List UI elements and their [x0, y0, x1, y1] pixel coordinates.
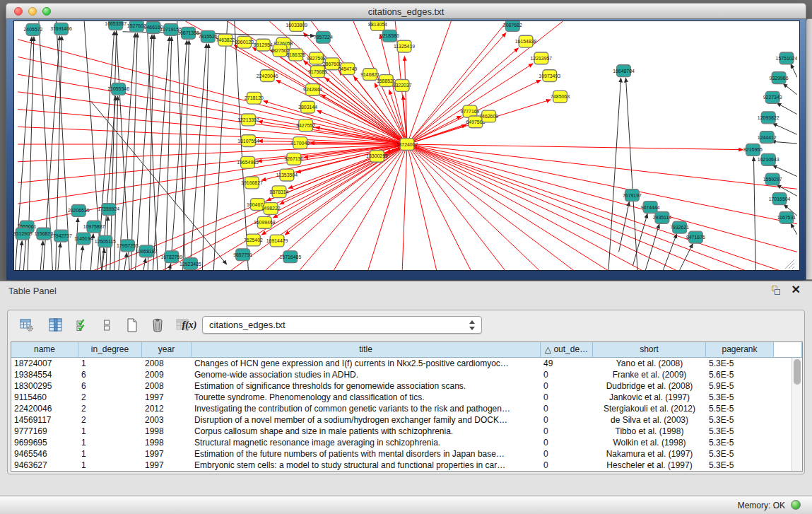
graph-node[interactable]: 12093822: [758, 112, 779, 124]
graph-node[interactable]: 16648784: [613, 65, 635, 77]
graph-node[interactable]: 10973493: [539, 70, 560, 82]
float-panel-icon[interactable]: [770, 286, 781, 296]
table-row[interactable]: 2242004622012Investigating the contribut…: [11, 403, 792, 414]
graph-node[interactable]: 8186328: [286, 49, 305, 61]
graph-node[interactable]: 9427552: [296, 119, 315, 132]
graph-node[interactable]: 9474444: [641, 201, 660, 214]
new-column-icon[interactable]: [123, 316, 141, 334]
graph-node[interactable]: 2935114: [653, 211, 672, 223]
table-row[interactable]: 1456911722003Disruption of a novel membe…: [11, 414, 792, 426]
graph-node[interactable]: 19166827: [241, 177, 263, 189]
graph-node[interactable]: 10975887: [83, 221, 105, 233]
graph-node[interactable]: 9329966: [770, 72, 789, 84]
graph-node[interactable]: 8471676: [686, 231, 705, 243]
graph-node[interactable]: 15751024: [776, 52, 798, 64]
table-row[interactable]: 1872400712008Changes of HCN gene express…: [11, 358, 792, 369]
graph-node[interactable]: 3312909: [14, 228, 33, 240]
graph-node[interactable]: 8322037: [393, 80, 412, 92]
cell-pagerank: 5.3E-5: [706, 358, 774, 369]
close-panel-icon[interactable]: ✕: [792, 284, 801, 296]
svg-text:9657791: 9657791: [233, 252, 252, 257]
table-row[interactable]: 1938455462009Genome-wide association stu…: [11, 369, 792, 380]
graph-node[interactable]: 1498222: [261, 203, 281, 215]
graph-node[interactable]: 2405572: [24, 23, 43, 35]
graph-node[interactable]: 9218586: [380, 30, 399, 42]
graph-node[interactable]: 7679197: [623, 189, 642, 201]
window-titlebar[interactable]: citations_edges.txt: [6, 3, 806, 19]
table-scrollbar[interactable]: [792, 358, 802, 471]
table-row[interactable]: 946362711997Embryonic stem cells: a mode…: [11, 460, 792, 471]
table-row[interactable]: 946554611997Estimation of the future num…: [11, 448, 792, 460]
graph-node[interactable]: 22420046: [257, 70, 278, 82]
row-view-icon[interactable]: [98, 316, 116, 334]
graph-node[interactable]: 16210643: [758, 153, 779, 165]
svg-text:10653287: 10653287: [105, 21, 126, 26]
network-graph[interactable]: 18724007 18300295 12213352 9427552 18107…: [14, 21, 800, 271]
graph-node[interactable]: 11325419: [394, 40, 415, 52]
graph-node[interactable]: 20206535: [68, 205, 90, 217]
scrollbar-thumb[interactable]: [794, 359, 801, 385]
graph-node[interactable]: 7485063: [551, 90, 570, 103]
graph-node[interactable]: 1559297: [763, 173, 782, 185]
toggle-column-icon[interactable]: [47, 316, 65, 334]
table-row[interactable]: 911546021997Tourette syndrome. Phenomeno…: [11, 392, 792, 403]
function-builder-icon[interactable]: f(x): [180, 316, 199, 334]
graph-node[interactable]: 16033809: [286, 21, 307, 31]
network-canvas[interactable]: 18724007 18300295 12213352 9427552 18107…: [13, 21, 800, 271]
graph-node[interactable]: 4170049: [290, 137, 310, 149]
graph-node[interactable]: 10653287: [105, 21, 126, 30]
graph-node[interactable]: 37691406: [50, 23, 72, 35]
table-toolbar: f(x) citations_edges.txt: [8, 315, 804, 337]
graph-node[interactable]: 16154838: [515, 35, 537, 47]
graph-node[interactable]: 12213957: [530, 52, 552, 64]
graph-node[interactable]: 8960123: [235, 36, 254, 48]
graph-node[interactable]: 2803144: [298, 101, 317, 113]
graph-node[interactable]: 8215955: [743, 144, 763, 156]
table-row[interactable]: 977716911998Corpus callosum shape and si…: [11, 426, 792, 437]
graph-node[interactable]: 9657791: [233, 249, 252, 261]
graph-node[interactable]: 19654985: [237, 156, 259, 168]
column-header-out_degree[interactable]: △ out_de…: [541, 342, 593, 357]
column-checklist-icon[interactable]: [73, 316, 92, 334]
table-row[interactable]: 1830029562008Estimation of significance …: [11, 380, 792, 392]
graph-node[interactable]: 9267130: [284, 153, 303, 165]
graph-node[interactable]: 7932621: [670, 221, 689, 233]
column-header-pagerank[interactable]: pagerank: [706, 342, 774, 357]
column-header-short[interactable]: short: [593, 342, 706, 357]
graph-node[interactable]: 15716485: [280, 251, 302, 263]
graph-node[interactable]: 8813054: [368, 21, 387, 30]
graph-node[interactable]: 16914479: [266, 235, 288, 247]
delete-column-icon[interactable]: [148, 316, 167, 334]
graph-node[interactable]: 8454749: [339, 63, 358, 75]
column-header-name[interactable]: name: [11, 342, 78, 357]
graph-node[interactable]: 7815526: [199, 30, 218, 42]
graph-node[interactable]: 8878314: [270, 186, 289, 198]
table-row[interactable]: 969969511998Structural magnetic resonanc…: [11, 437, 792, 448]
graph-node[interactable]: 17942737: [50, 230, 72, 242]
column-header-title[interactable]: title: [192, 342, 541, 357]
cell-pagerank: 5.6E-5: [706, 369, 774, 380]
graph-node[interactable]: 1145194: [74, 233, 93, 245]
graph-node[interactable]: 9242844: [303, 84, 322, 96]
table-selector-dropdown[interactable]: citations_edges.txt: [202, 316, 482, 334]
graph-node[interactable]: 17016504: [769, 193, 791, 205]
graph-node[interactable]: 12505115: [95, 235, 116, 247]
table-settings-icon[interactable]: [18, 316, 36, 334]
graph-node[interactable]: 9227343: [763, 91, 782, 103]
graph-node[interactable]: 1244412: [758, 132, 777, 144]
graph-node[interactable]: 7462609: [479, 110, 498, 122]
resize-grip-icon[interactable]: [785, 259, 794, 269]
graph-node[interactable]: 7463822: [216, 34, 235, 46]
graph-node[interactable]: 2087682: [503, 21, 522, 31]
graph-node[interactable]: 16099468: [254, 216, 276, 228]
graph-node[interactable]: 9175685: [308, 66, 327, 78]
cell-year: 1998: [142, 426, 192, 437]
graph-node[interactable]: 7625402: [244, 234, 263, 246]
column-header-in_degree[interactable]: in_degree: [78, 342, 142, 357]
graph-node[interactable]: 17359924: [98, 204, 119, 216]
graph-node[interactable]: 1167531: [777, 211, 796, 223]
graph-node[interactable]: 2718120: [245, 92, 264, 104]
column-header-year[interactable]: year: [142, 342, 192, 357]
graph-node[interactable]: 7857224: [314, 31, 333, 43]
cell-out_degree: 0: [541, 448, 593, 460]
